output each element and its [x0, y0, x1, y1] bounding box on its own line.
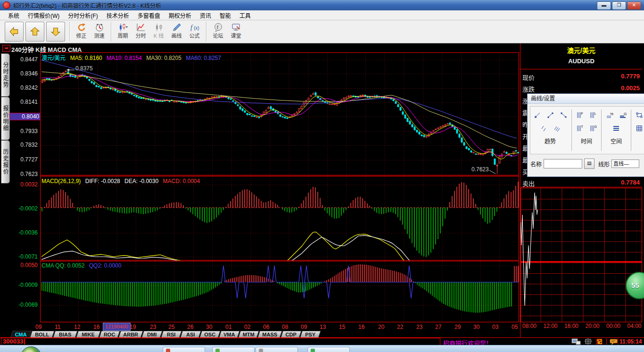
- menu-item-2[interactable]: 行情报价(W): [24, 10, 64, 20]
- tool-huaxian-button[interactable]: 画线: [168, 22, 185, 42]
- time-axis-label: 04:00: [627, 323, 642, 329]
- menu-item-7[interactable]: 资讯: [196, 10, 215, 20]
- legend-ma30: MA30: 0.8205: [146, 55, 182, 61]
- legend-ma5: MA5: 0.8160: [70, 55, 102, 61]
- monitor-status-icon[interactable]: [584, 338, 593, 345]
- menu-item-4[interactable]: 技术分析: [102, 10, 133, 20]
- minimize-button[interactable]: ▬: [597, 1, 611, 10]
- parallel-2-icon[interactable]: [537, 122, 550, 135]
- mini-chart-canvas[interactable]: [520, 188, 642, 322]
- menu-item-8[interactable]: 智能: [215, 10, 235, 20]
- window-titlebar[interactable]: 招行外汇2(fxhq2) - 招商银行外汇通行情分析V2.8 - K线分析 ▬ …: [0, 0, 644, 10]
- date-axis-label: 22: [397, 324, 403, 330]
- up-button[interactable]: [25, 22, 44, 42]
- quote-value: 0.7784: [621, 179, 640, 186]
- date-axis-label: 08: [282, 324, 288, 330]
- stock-code-input[interactable]: 300033: [1, 338, 440, 345]
- svg-text:T: T: [581, 125, 584, 128]
- menu-item-3[interactable]: 分时分析(F): [64, 10, 102, 20]
- tool-luntan-button[interactable]: t论坛: [209, 22, 227, 42]
- message-bubble-icon[interactable]: [609, 338, 619, 345]
- svg-text:G: G: [594, 125, 597, 128]
- price-axis-label: 0.7832: [9, 142, 38, 148]
- tool-fenshi-button[interactable]: 分时: [132, 22, 149, 42]
- tool-gongshi-button[interactable]: f(x)公式: [186, 22, 203, 42]
- space-lines-icon[interactable]: [610, 122, 623, 135]
- name-list-button[interactable]: ▤: [584, 159, 594, 169]
- date-axis-label: 30: [473, 324, 479, 330]
- space-g-icon[interactable]: G: [616, 109, 629, 122]
- macd-chart-canvas[interactable]: [40, 176, 519, 260]
- date-axis-label: 20: [378, 324, 384, 330]
- legend-ma10: MA10: 0.8154: [107, 55, 142, 61]
- start-button[interactable]: [21, 346, 41, 352]
- price-axis-label: 0.8141: [9, 99, 38, 105]
- back-button[interactable]: [5, 22, 24, 42]
- fenshi-icon: [136, 23, 146, 32]
- date-axis-label: 13: [320, 324, 326, 330]
- svg-text:(x): (x): [194, 25, 199, 31]
- time-l-icon[interactable]: L: [586, 109, 600, 122]
- ketang-icon: [231, 23, 241, 32]
- parallel-3-icon[interactable]: [550, 122, 563, 135]
- quote-symbol-name: 澳元/美元: [520, 45, 642, 55]
- menu-item-9[interactable]: 工具: [235, 10, 255, 20]
- main-chart-canvas[interactable]: [40, 52, 519, 176]
- grid-icon[interactable]: [633, 122, 644, 135]
- tool-label: 分时: [136, 33, 146, 39]
- taskbar-button[interactable]: [163, 347, 205, 352]
- restore-button[interactable]: ❐: [612, 1, 626, 10]
- line-style-select[interactable]: 直线—: [611, 159, 639, 168]
- back-arrow-icon: [8, 26, 20, 37]
- tool-kxian-button[interactable]: K 线: [150, 22, 167, 42]
- taskbar-button[interactable]: [256, 347, 298, 352]
- draw-settings-dialog: 画线/设置 趋势FLTG时间%G空间 名称 ▤ 线形 直线—: [527, 93, 644, 177]
- trend-segment-icon[interactable]: [544, 109, 557, 122]
- notes-icon[interactable]: 记: [595, 338, 604, 345]
- menubar: 系统行情报价(W)分时分析(F)技术分析多窗看盘期权分析资讯智能工具: [0, 10, 644, 20]
- svg-text:%: %: [610, 112, 613, 116]
- line-style-label: 线形: [598, 160, 610, 168]
- time-t-icon[interactable]: T: [573, 122, 586, 135]
- time-axis-label: 20:00: [586, 323, 600, 329]
- sidebar-tab-1[interactable]: 分时走势: [1, 53, 10, 97]
- taskbar-button[interactable]: [212, 347, 255, 352]
- trend-line-icon[interactable]: [530, 109, 544, 122]
- cma-chart-canvas[interactable]: [40, 261, 519, 322]
- tool-xiuzheng-button[interactable]: 修正: [73, 22, 90, 42]
- menu-item-1[interactable]: 系统: [4, 10, 24, 20]
- chart-workspace: ➡ 240分钟 K线 MACD CMA 分时走势报价明细历史报价 0.84470…: [0, 43, 644, 338]
- close-button[interactable]: ✕: [627, 1, 641, 10]
- sidebar-tab-3[interactable]: 历史报价: [1, 140, 10, 184]
- main-chart-legend: 澳元/美元 MA5: 0.8160 MA10: 0.8154 MA30: 0.8…: [41, 53, 224, 61]
- sidebar-tab-2[interactable]: 报价明细: [1, 97, 10, 140]
- tool-cesu-button[interactable]: 测速: [91, 22, 108, 42]
- down-arrow-icon: [50, 26, 61, 37]
- tool-label: 公式: [190, 33, 200, 39]
- connection-icon[interactable]: [571, 338, 581, 345]
- kxian-icon: [154, 23, 164, 32]
- shape-name-input[interactable]: [544, 159, 582, 168]
- taskbar-button[interactable]: [307, 347, 350, 352]
- menu-item-6[interactable]: 期权分析: [165, 10, 196, 20]
- time-g-icon[interactable]: G: [586, 122, 600, 135]
- trend-down-icon[interactable]: [557, 109, 570, 122]
- quote-row-1: 现价0.7779: [520, 71, 642, 83]
- cesu-icon: [95, 23, 104, 32]
- down-button[interactable]: [46, 22, 65, 42]
- time-f-icon[interactable]: F: [573, 109, 586, 122]
- tool-ketang-button[interactable]: 课堂: [227, 22, 245, 42]
- collapse-sidebar-icon[interactable]: ➡: [2, 45, 10, 52]
- dialog-titlebar[interactable]: 画线/设置: [528, 94, 644, 104]
- space-percent-icon[interactable]: %: [603, 109, 616, 122]
- tool-zhouqi-button[interactable]: 周期: [114, 22, 132, 42]
- quote-symbol-code: AUDUSD: [520, 58, 642, 65]
- date-axis-label: 01: [225, 324, 231, 330]
- price-axis-label: 0.7727: [9, 156, 38, 163]
- quote-label: 现价: [522, 73, 535, 82]
- rectangle-icon[interactable]: [633, 109, 644, 122]
- svg-text:G: G: [624, 112, 627, 116]
- tool-label: 周期: [118, 33, 128, 39]
- menu-item-5[interactable]: 多窗看盘: [133, 10, 165, 20]
- tool-label: 课堂: [231, 33, 241, 39]
